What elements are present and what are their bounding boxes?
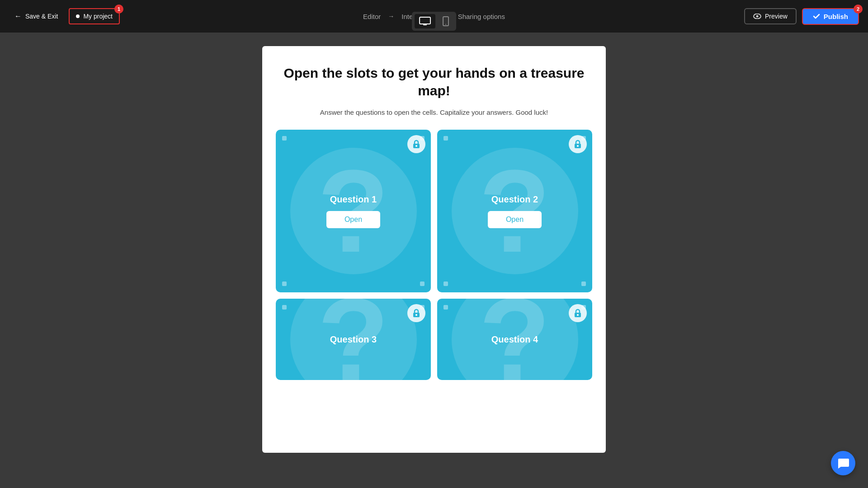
- mobile-icon: [443, 16, 449, 26]
- corner-tl-2: [443, 136, 448, 141]
- card-title: Open the slots to get your hands on a tr…: [276, 64, 592, 99]
- topbar-center: Editor → Integrations → Sharing options: [359, 0, 509, 33]
- view-toggle: [412, 12, 456, 31]
- check-icon: [813, 13, 820, 20]
- chat-icon: [837, 458, 849, 469]
- card-subtitle: Answer the questions to open the cells. …: [320, 108, 548, 116]
- save-exit-button[interactable]: ← Save & Exit: [9, 9, 63, 24]
- lock-badge-4: [569, 304, 587, 322]
- corner-br-1: [420, 282, 425, 286]
- slot-label-4: Question 4: [491, 334, 538, 345]
- svg-point-3: [445, 24, 446, 25]
- svg-point-9: [577, 145, 579, 147]
- open-button-2[interactable]: Open: [488, 211, 542, 228]
- slot-content-1: Question 1 Open: [326, 194, 380, 228]
- open-button-1[interactable]: Open: [326, 211, 380, 228]
- lock-badge-1: [407, 135, 425, 153]
- slot-card-1[interactable]: Question 1 Open: [276, 130, 431, 292]
- chat-fab-button[interactable]: [831, 451, 855, 475]
- project-badge: 1: [114, 5, 123, 14]
- slot-card-2[interactable]: Question 2 Open: [437, 130, 592, 292]
- corner-bl-1: [282, 282, 287, 286]
- lock-icon-1: [412, 139, 421, 149]
- slot-content-2: Question 2 Open: [488, 194, 542, 228]
- monitor-icon: [419, 17, 431, 26]
- svg-rect-1: [423, 24, 427, 25]
- slot-content-4: Question 4: [491, 334, 538, 345]
- corner-br-2: [581, 282, 586, 286]
- mobile-view-button[interactable]: [438, 14, 453, 29]
- corner-tl-1: [282, 136, 287, 141]
- arrow-left-icon: ←: [14, 12, 22, 20]
- preview-label: Preview: [765, 13, 788, 20]
- publish-badge: 2: [854, 5, 863, 14]
- main-area: Open the slots to get your hands on a tr…: [0, 33, 868, 488]
- content-card: Open the slots to get your hands on a tr…: [262, 46, 606, 453]
- lock-icon-2: [573, 139, 582, 149]
- nav-arrow-1: →: [388, 13, 394, 20]
- slot-label-2: Question 2: [491, 194, 538, 205]
- svg-point-7: [415, 145, 417, 147]
- lock-icon-4: [573, 308, 582, 318]
- eye-icon: [753, 14, 761, 19]
- project-name-button[interactable]: My project 1: [69, 8, 120, 24]
- slot-content-3: Question 3: [330, 334, 377, 345]
- project-name-label: My project: [83, 13, 113, 20]
- slot-card-4[interactable]: Question 4: [437, 299, 592, 380]
- nav-step-editor[interactable]: Editor: [359, 11, 384, 22]
- preview-button[interactable]: Preview: [744, 8, 797, 24]
- topbar: ← Save & Exit My project 1 Editor → Inte…: [0, 0, 868, 33]
- svg-rect-0: [420, 17, 430, 24]
- topbar-left: ← Save & Exit My project 1: [9, 8, 120, 24]
- corner-tl-4: [443, 305, 448, 310]
- corner-bl-2: [443, 282, 448, 286]
- save-exit-label: Save & Exit: [25, 13, 58, 20]
- svg-point-11: [415, 314, 417, 316]
- slot-label-3: Question 3: [330, 334, 377, 345]
- svg-point-13: [577, 314, 579, 316]
- nav-step-sharing[interactable]: Sharing options: [454, 11, 509, 22]
- desktop-view-button[interactable]: [415, 14, 435, 28]
- lock-badge-3: [407, 304, 425, 322]
- lock-icon-3: [412, 308, 421, 318]
- publish-button[interactable]: Publish 2: [802, 8, 859, 25]
- project-dot-icon: [76, 14, 80, 18]
- svg-point-5: [756, 15, 759, 18]
- lock-badge-2: [569, 135, 587, 153]
- slot-card-3[interactable]: Question 3: [276, 299, 431, 380]
- slot-label-1: Question 1: [330, 194, 377, 205]
- slots-grid: Question 1 Open: [276, 130, 592, 380]
- topbar-right: Preview Publish 2: [744, 8, 859, 25]
- publish-label: Publish: [824, 13, 848, 20]
- corner-tl-3: [282, 305, 287, 310]
